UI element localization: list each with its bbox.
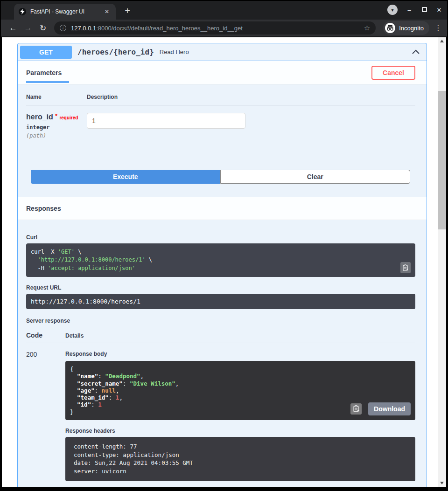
page-scrollbar[interactable] xyxy=(438,37,446,487)
incognito-icon xyxy=(385,23,395,33)
fastapi-favicon-icon xyxy=(19,8,26,15)
header-line: date: Sun,22 Aug 2021 04:03:55 GMT xyxy=(74,459,411,467)
required-label: required xyxy=(59,115,78,120)
cancel-button[interactable]: Cancel xyxy=(371,66,415,80)
tab-close-icon[interactable]: ✕ xyxy=(103,7,111,16)
download-button[interactable]: Download xyxy=(368,402,411,415)
operation-description: Read Hero xyxy=(160,48,189,55)
opblock-get-hero: GET /heroes/{hero_id} Read Hero Paramete… xyxy=(17,43,427,487)
status-code: 200 xyxy=(26,351,65,481)
scroll-up-icon[interactable] xyxy=(438,37,446,45)
code-column-header: Code xyxy=(26,332,65,339)
param-location: (path) xyxy=(26,132,87,139)
http-method-badge: GET xyxy=(20,46,72,59)
param-type: integer xyxy=(26,124,87,131)
operation-path: /heroes/{hero_id} xyxy=(77,48,154,56)
request-url-value: http://127.0.0.1:8000/heroes/1 xyxy=(26,294,415,309)
tab-parameters[interactable]: Parameters xyxy=(26,62,69,83)
reload-button[interactable]: ↻ xyxy=(35,23,50,33)
browser-toolbar: ← → ↻ i 127.0.0.1:8000/docs#/default/rea… xyxy=(1,20,447,37)
scroll-down-icon[interactable] xyxy=(438,479,446,487)
tab-search-icon[interactable]: ▾ xyxy=(387,5,398,15)
page-content: GET /heroes/{hero_id} Read Hero Paramete… xyxy=(2,37,438,487)
param-name: hero_id * required xyxy=(26,113,87,121)
response-headers-block: content-length: 77 content-type: applica… xyxy=(65,437,415,481)
bookmark-star-icon[interactable]: ☆ xyxy=(364,24,370,32)
browser-window: FastAPI - Swagger UI ✕ + ▾ – ✕ ← → ↻ i 1… xyxy=(0,0,448,491)
header-line: server: uvicorn xyxy=(74,467,411,476)
maximize-button[interactable] xyxy=(422,7,427,12)
header-line: content-type: application/json xyxy=(74,451,411,459)
collapse-chevron-icon[interactable] xyxy=(412,48,420,56)
request-url-label: Request URL xyxy=(26,284,415,291)
incognito-badge: Incognito xyxy=(383,21,429,35)
server-response-label: Server response xyxy=(26,318,415,324)
clear-button[interactable]: Clear xyxy=(220,170,411,184)
incognito-label: Incognito xyxy=(399,25,424,32)
url-bar[interactable]: i 127.0.0.1:8000/docs#/default/read_hero… xyxy=(54,21,376,35)
execute-button[interactable]: Execute xyxy=(31,170,220,184)
details-column-header: Details xyxy=(65,332,84,339)
back-button[interactable]: ← xyxy=(6,23,21,33)
parameter-row: hero_id * required integer (path) xyxy=(26,105,415,160)
column-header-description: Description xyxy=(87,94,118,100)
parameters-table: Name Description hero_id * required inte… xyxy=(18,84,427,160)
scrollbar-thumb[interactable] xyxy=(438,91,446,229)
responses-section-header: Responses xyxy=(18,197,427,220)
close-button[interactable]: ✕ xyxy=(436,7,442,14)
curl-label: Curl xyxy=(26,234,415,241)
browser-menu-icon[interactable]: ⋮ xyxy=(434,24,442,32)
hero-id-input[interactable] xyxy=(87,113,245,129)
operation-summary[interactable]: GET /heroes/{hero_id} Read Hero xyxy=(18,43,427,61)
tab-title: FastAPI - Swagger UI xyxy=(30,8,103,15)
header-line: content-length: 77 xyxy=(74,443,411,451)
forward-button[interactable]: → xyxy=(21,23,35,33)
execute-row: Execute Clear xyxy=(18,160,427,197)
page-info-icon[interactable]: i xyxy=(60,25,66,31)
copy-response-icon[interactable] xyxy=(350,403,362,415)
minimize-button[interactable]: – xyxy=(406,7,413,14)
required-asterisk: * xyxy=(55,113,57,119)
copy-curl-icon[interactable] xyxy=(400,262,411,273)
curl-block: curl -X 'GET' \ 'http://127.0.0.1:8000/h… xyxy=(26,243,415,277)
new-tab-button[interactable]: + xyxy=(121,6,133,16)
tab-strip: FastAPI - Swagger UI ✕ + ▾ – ✕ xyxy=(1,1,447,20)
response-body-label: Response body xyxy=(65,351,415,357)
url-text[interactable]: 127.0.0.1:8000/docs#/default/read_hero_h… xyxy=(71,25,243,32)
parameters-section-header: Parameters Cancel xyxy=(18,61,427,84)
response-headers-label: Response headers xyxy=(65,428,415,434)
browser-tab[interactable]: FastAPI - Swagger UI ✕ xyxy=(14,4,116,20)
column-header-name: Name xyxy=(26,94,87,100)
server-response-row: 200 Response body { "name": "Deadpond", … xyxy=(26,343,415,481)
response-body-block: { "name": "Deadpond", "secret_name": "Di… xyxy=(65,361,415,420)
